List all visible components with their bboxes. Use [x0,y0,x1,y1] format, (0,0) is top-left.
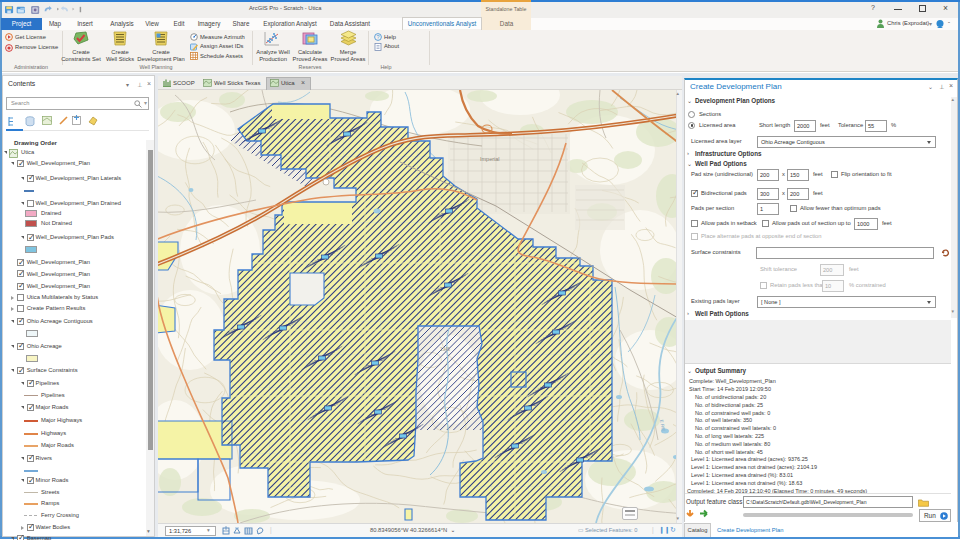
svg-text:?: ? [376,34,379,40]
svg-text:1345: 1345 [440,347,451,352]
svg-text:Imperial: Imperial [480,156,500,162]
